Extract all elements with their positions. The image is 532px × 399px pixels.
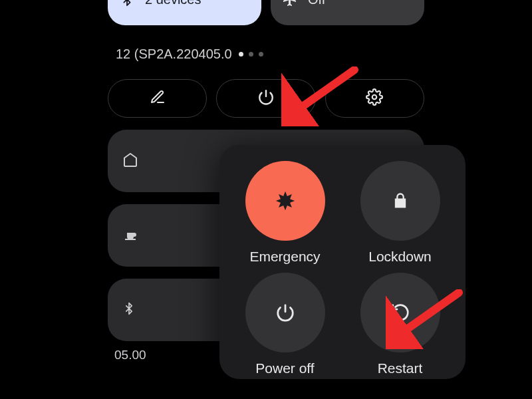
power-icon xyxy=(257,88,275,108)
svg-point-0 xyxy=(372,95,377,100)
power-icon xyxy=(245,273,325,352)
restart-label: Restart xyxy=(378,360,423,376)
restart-icon xyxy=(360,273,440,352)
dot-3 xyxy=(259,52,263,57)
power-off-button[interactable]: Power off xyxy=(231,273,338,376)
airplane-icon xyxy=(281,0,299,8)
emergency-icon xyxy=(245,161,325,241)
bluetooth-icon xyxy=(118,0,136,8)
power-menu: Emergency Lockdown Power off Restart xyxy=(219,145,466,379)
page-dots xyxy=(239,52,263,57)
edit-button[interactable] xyxy=(108,79,207,118)
pencil-icon xyxy=(150,89,166,108)
dot-1 xyxy=(239,52,243,57)
lockdown-label: Lockdown xyxy=(368,249,432,265)
build-info: 12 (SP2A.220405.0 xyxy=(100,47,432,62)
power-button[interactable] xyxy=(216,79,315,118)
qs-action-row xyxy=(100,79,432,118)
settings-button[interactable] xyxy=(325,79,424,118)
power-off-label: Power off xyxy=(255,360,314,376)
coffee-icon xyxy=(122,226,138,245)
emergency-label: Emergency xyxy=(249,249,320,265)
build-text: 12 (SP2A.220405.0 xyxy=(116,47,232,62)
bluetooth-icon xyxy=(122,300,136,321)
gear-icon xyxy=(366,88,383,108)
quick-settings-row: 2 devices Off xyxy=(100,0,432,25)
lock-icon xyxy=(360,161,440,241)
airplane-tile[interactable]: Off xyxy=(271,0,424,25)
bluetooth-label: 2 devices xyxy=(145,0,201,7)
airplane-label: Off xyxy=(308,0,325,7)
emergency-button[interactable]: Emergency xyxy=(231,161,338,265)
lockdown-button[interactable]: Lockdown xyxy=(346,161,454,265)
dot-2 xyxy=(249,52,253,57)
bluetooth-tile[interactable]: 2 devices xyxy=(108,0,261,25)
restart-button[interactable]: Restart xyxy=(346,273,454,376)
home-icon xyxy=(122,152,138,171)
